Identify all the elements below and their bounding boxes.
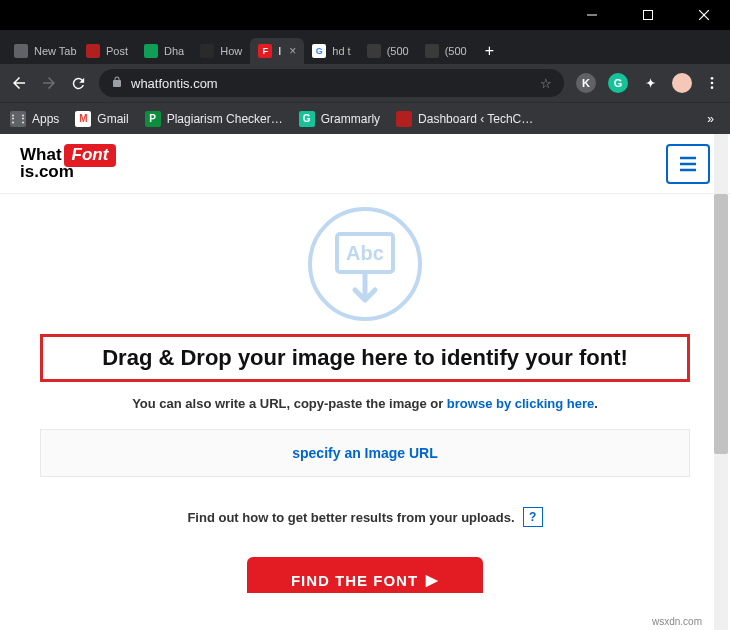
close-tab-icon[interactable]: × xyxy=(289,44,296,58)
cta-label: FIND THE FONT xyxy=(291,572,418,589)
browser-tab[interactable]: (500 xyxy=(359,38,417,64)
url-text: whatfontis.com xyxy=(131,76,218,91)
bookmark-label: Apps xyxy=(32,112,59,126)
favicon-icon xyxy=(200,44,214,58)
tab-label: hd t xyxy=(332,45,350,57)
tab-label: How xyxy=(220,45,242,57)
back-button[interactable] xyxy=(10,74,28,92)
bookmark-icon: P xyxy=(145,111,161,127)
site-header: WhatFontis.com xyxy=(0,134,730,194)
bookmark-label: Grammarly xyxy=(321,112,380,126)
extension-icon[interactable]: K xyxy=(576,73,596,93)
svg-point-4 xyxy=(711,77,714,80)
extension-icons: KG✦ xyxy=(576,73,692,93)
drop-zone-heading[interactable]: Drag & Drop your image here to identify … xyxy=(40,334,690,382)
favicon-icon xyxy=(425,44,439,58)
main-content: Abc Drag & Drop your image here to ident… xyxy=(0,194,730,603)
tab-label: New Tab xyxy=(34,45,77,57)
subtext-line: You can also write a URL, copy-paste the… xyxy=(40,396,690,411)
favicon-icon: F xyxy=(258,44,272,58)
tab-label: Dha xyxy=(164,45,184,57)
site-logo[interactable]: WhatFontis.com xyxy=(20,145,118,182)
hamburger-menu-button[interactable] xyxy=(666,144,710,184)
help-button[interactable]: ? xyxy=(523,507,543,527)
tab-label: Post xyxy=(106,45,128,57)
bookmarks-overflow-button[interactable]: » xyxy=(707,112,720,126)
bookmarks-bar: ⋮⋮AppsMGmailPPlagiarism Checker…GGrammar… xyxy=(0,102,730,134)
tip-text: Find out how to get better results from … xyxy=(187,510,514,525)
bookmark-item[interactable]: MGmail xyxy=(75,111,128,127)
bookmark-icon xyxy=(396,111,412,127)
bookmark-item[interactable]: Dashboard ‹ TechC… xyxy=(396,111,533,127)
upload-image-icon: Abc xyxy=(305,204,425,324)
address-bar: whatfontis.com ☆ KG✦ xyxy=(0,64,730,102)
tab-label: I xyxy=(278,45,281,57)
browser-tab[interactable]: Ghd t xyxy=(304,38,358,64)
favicon-icon xyxy=(14,44,28,58)
find-font-button[interactable]: FIND THE FONT ▶ xyxy=(247,557,483,593)
tip-line: Find out how to get better results from … xyxy=(40,507,690,527)
minimize-button[interactable] xyxy=(574,0,610,30)
svg-point-5 xyxy=(711,82,714,85)
svg-point-6 xyxy=(711,86,714,89)
extension-icon[interactable] xyxy=(672,73,692,93)
bookmark-icon: G xyxy=(299,111,315,127)
chevron-right-icon: ▶ xyxy=(426,571,439,589)
new-tab-button[interactable]: + xyxy=(475,38,504,64)
lock-icon xyxy=(111,76,123,91)
browse-link[interactable]: browse by clicking here xyxy=(447,396,594,411)
extension-icon[interactable]: G xyxy=(608,73,628,93)
tab-strip: New TabPostDhaHowFI×Ghd t(500(500+ xyxy=(0,30,730,64)
subtext-static: You can also write a URL, copy-paste the… xyxy=(132,396,447,411)
svg-rect-1 xyxy=(644,11,653,20)
forward-button[interactable] xyxy=(40,74,58,92)
favicon-icon xyxy=(367,44,381,58)
close-window-button[interactable] xyxy=(686,0,722,30)
browser-tab[interactable]: Post xyxy=(78,38,136,64)
browser-tab[interactable]: FI× xyxy=(250,38,304,64)
bookmark-label: Plagiarism Checker… xyxy=(167,112,283,126)
url-field[interactable]: whatfontis.com ☆ xyxy=(99,69,564,97)
bookmark-label: Dashboard ‹ TechC… xyxy=(418,112,533,126)
bookmark-icon: ⋮⋮ xyxy=(10,111,26,127)
bookmark-item[interactable]: ⋮⋮Apps xyxy=(10,111,59,127)
tab-label: (500 xyxy=(387,45,409,57)
bookmark-icon: M xyxy=(75,111,91,127)
watermark-text: wsxdn.com xyxy=(652,616,702,627)
bookmark-star-icon[interactable]: ☆ xyxy=(540,76,552,91)
tab-label: (500 xyxy=(445,45,467,57)
browser-tab[interactable]: (500 xyxy=(417,38,475,64)
image-url-input[interactable] xyxy=(40,429,690,477)
favicon-icon xyxy=(86,44,100,58)
bookmark-item[interactable]: PPlagiarism Checker… xyxy=(145,111,283,127)
browser-tab[interactable]: Dha xyxy=(136,38,192,64)
bookmark-label: Gmail xyxy=(97,112,128,126)
page-viewport: WhatFontis.com Abc Drag & Drop your imag… xyxy=(0,134,730,630)
reload-button[interactable] xyxy=(70,75,87,92)
favicon-icon: G xyxy=(312,44,326,58)
browser-tab[interactable]: How xyxy=(192,38,250,64)
extension-icon[interactable]: ✦ xyxy=(640,73,660,93)
svg-text:Abc: Abc xyxy=(346,242,384,264)
bookmark-item[interactable]: GGrammarly xyxy=(299,111,380,127)
favicon-icon xyxy=(144,44,158,58)
browser-menu-button[interactable] xyxy=(704,75,720,91)
browser-tab[interactable]: New Tab xyxy=(6,38,78,64)
vertical-scrollbar[interactable] xyxy=(714,134,728,630)
maximize-button[interactable] xyxy=(630,0,666,30)
window-titlebar xyxy=(0,0,730,30)
svg-point-10 xyxy=(310,209,420,319)
scroll-thumb[interactable] xyxy=(714,194,728,454)
